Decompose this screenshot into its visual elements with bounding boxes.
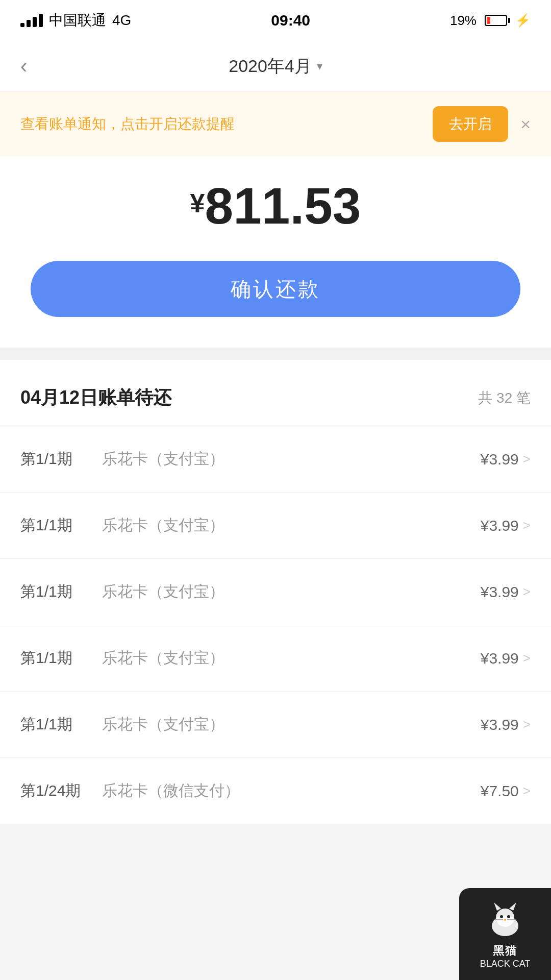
network-type: 4G xyxy=(112,12,131,29)
bill-period: 第1/1期 xyxy=(20,449,92,470)
svg-marker-3 xyxy=(509,902,516,911)
bill-arrow-icon: > xyxy=(523,717,531,732)
bill-period: 第1/1期 xyxy=(20,515,92,536)
bill-item[interactable]: 第1/1期 乐花卡（支付宝） ¥3.99 > xyxy=(0,492,551,558)
svg-point-1 xyxy=(496,909,514,927)
black-cat-icon xyxy=(485,899,525,940)
amount-display: ¥ 811.53 xyxy=(20,177,531,235)
bills-section: 04月12日账单待还 共 32 笔 第1/1期 乐花卡（支付宝） ¥3.99 >… xyxy=(0,360,551,824)
bill-arrow-icon: > xyxy=(523,650,531,666)
amount-value: 811.53 xyxy=(205,177,361,235)
bill-name: 乐花卡（微信支付） xyxy=(92,780,481,801)
bill-arrow-icon: > xyxy=(523,451,531,467)
notification-text: 查看账单通知，点击开启还款提醒 xyxy=(20,114,433,134)
black-cat-label-top: 黑猫 xyxy=(493,943,517,959)
nav-title: 2020年4月 ▾ xyxy=(229,55,322,78)
bills-header: 04月12日账单待还 共 32 笔 xyxy=(0,360,551,426)
bill-amount: ¥3.99 > xyxy=(481,583,531,601)
confirm-section: 确认还款 xyxy=(0,251,551,348)
bill-period: 第1/1期 xyxy=(20,648,92,669)
bill-arrow-icon: > xyxy=(523,518,531,533)
bill-name: 乐花卡（支付宝） xyxy=(92,648,481,669)
bill-item[interactable]: 第1/1期 乐花卡（支付宝） ¥3.99 > xyxy=(0,625,551,691)
bill-arrow-icon: > xyxy=(523,783,531,799)
status-right: 19% ⚡ xyxy=(450,13,531,29)
bill-item[interactable]: 第1/1期 乐花卡（支付宝） ¥3.99 > xyxy=(0,426,551,492)
svg-point-6 xyxy=(504,919,506,921)
bill-period: 第1/24期 xyxy=(20,780,92,801)
bill-amount: ¥7.50 > xyxy=(481,782,531,800)
bill-amount: ¥3.99 > xyxy=(481,451,531,468)
bill-item[interactable]: 第1/1期 乐花卡（支付宝） ¥3.99 > xyxy=(0,558,551,625)
bill-name: 乐花卡（支付宝） xyxy=(92,515,481,536)
close-notification-button[interactable]: × xyxy=(520,114,531,134)
svg-marker-2 xyxy=(494,902,501,911)
carrier-label: 中国联通 xyxy=(49,11,106,30)
bills-title: 04月12日账单待还 xyxy=(20,385,171,410)
bills-count: 共 32 笔 xyxy=(478,388,531,408)
notification-banner: 查看账单通知，点击开启还款提醒 去开启 × xyxy=(0,92,551,156)
charging-icon: ⚡ xyxy=(515,13,531,28)
battery-icon xyxy=(485,15,507,26)
bill-period: 第1/1期 xyxy=(20,714,92,735)
amount-section: ¥ 811.53 xyxy=(0,156,551,251)
bill-amount: ¥3.99 > xyxy=(481,716,531,733)
bill-amount: ¥3.99 > xyxy=(481,650,531,667)
back-button[interactable]: ‹ xyxy=(20,55,27,78)
section-divider xyxy=(0,348,551,360)
bill-period: 第1/1期 xyxy=(20,581,92,602)
black-cat-watermark: 黑猫 BLACK CAT xyxy=(459,888,551,980)
battery-percent: 19% xyxy=(450,13,477,29)
black-cat-label-bottom: BLACK CAT xyxy=(480,959,531,969)
nav-header: ‹ 2020年4月 ▾ xyxy=(0,41,551,92)
dropdown-icon[interactable]: ▾ xyxy=(317,60,322,73)
status-bar: 中国联通 4G 09:40 19% ⚡ xyxy=(0,0,551,41)
bill-list: 第1/1期 乐花卡（支付宝） ¥3.99 > 第1/1期 乐花卡（支付宝） ¥3… xyxy=(0,426,551,824)
bill-item[interactable]: 第1/24期 乐花卡（微信支付） ¥7.50 > xyxy=(0,757,551,824)
go-open-button[interactable]: 去开启 xyxy=(433,106,508,142)
svg-point-5 xyxy=(507,915,510,918)
svg-point-4 xyxy=(500,915,503,918)
status-left: 中国联通 4G xyxy=(20,11,131,30)
bill-name: 乐花卡（支付宝） xyxy=(92,449,481,470)
bill-name: 乐花卡（支付宝） xyxy=(92,581,481,602)
bill-name: 乐花卡（支付宝） xyxy=(92,714,481,735)
confirm-repayment-button[interactable]: 确认还款 xyxy=(31,261,520,317)
currency-symbol: ¥ xyxy=(190,188,205,218)
bill-arrow-icon: > xyxy=(523,584,531,600)
status-time: 09:40 xyxy=(271,12,310,29)
signal-icon xyxy=(20,14,43,27)
bill-item[interactable]: 第1/1期 乐花卡（支付宝） ¥3.99 > xyxy=(0,691,551,757)
notification-actions: 去开启 × xyxy=(433,106,531,142)
bill-amount: ¥3.99 > xyxy=(481,517,531,534)
